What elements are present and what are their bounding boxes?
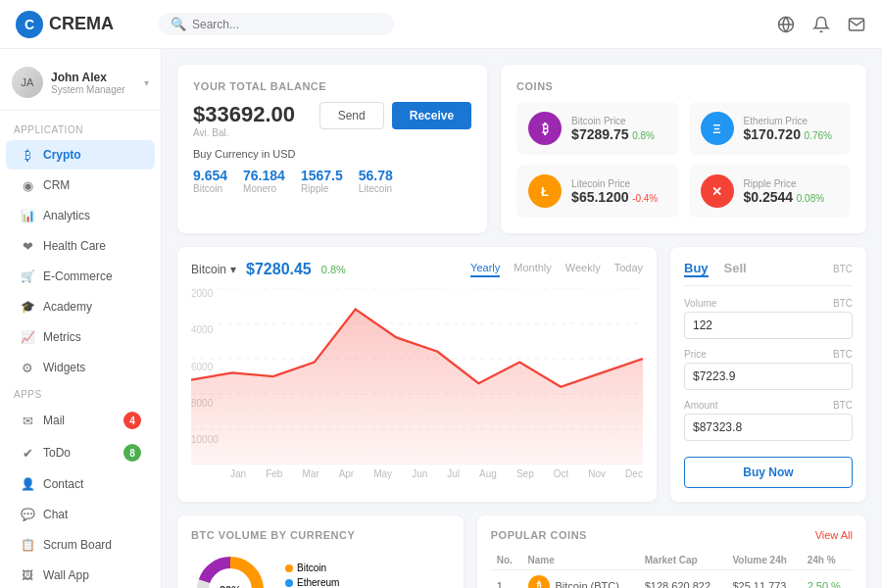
price-label: Price	[684, 349, 707, 360]
sidebar-item-crypto[interactable]: ₿ Crypto	[6, 140, 155, 170]
balance-actions: Send Receive	[319, 102, 471, 129]
mail-sidebar-icon: ✉	[20, 413, 35, 428]
crypto-icon: ₿	[20, 147, 35, 163]
xrp-info: Ripple Price $0.2544 0.08%	[744, 178, 825, 205]
logo-text: CREMA	[49, 14, 114, 34]
label-jul: Jul	[447, 468, 460, 479]
sidebar-item-analytics[interactable]: 📊 Analytics	[6, 201, 155, 230]
price-input[interactable]	[684, 363, 853, 390]
price-label-row: Price BTC	[684, 349, 853, 360]
coins-card: COINS ₿ Bitcoin Price $7289.75 0.8% Ξ	[501, 65, 866, 233]
bell-icon[interactable]	[811, 15, 831, 34]
search-input[interactable]	[192, 18, 382, 31]
tab-buy[interactable]: Buy	[684, 261, 709, 277]
coin-item-eth: Ξ Etherium Price $170.720 0.76%	[689, 102, 851, 155]
sidebar-item-chat[interactable]: 💬 Chat	[6, 500, 155, 529]
mail-icon[interactable]	[847, 15, 866, 34]
sidebar-item-wallapp[interactable]: 🖼 Wall App	[6, 561, 155, 588]
sidebar-item-health-care[interactable]: ❤ Health Care	[6, 231, 155, 261]
volume-input[interactable]	[684, 312, 853, 339]
donut-legend: Bitcoin Ethereum Litecoin Ripple	[285, 563, 339, 588]
tab-weekly[interactable]: Weekly	[565, 262, 601, 277]
coin-item-xrp: ✕ Ripple Price $0.2544 0.08%	[689, 165, 851, 218]
widgets-icon: ⚙	[20, 360, 35, 375]
label-sep: Sep	[516, 468, 534, 479]
ecommerce-icon: 🛒	[20, 269, 35, 284]
sidebar-item-ecommerce[interactable]: 🛒 E-Commerce	[6, 262, 155, 291]
receive-button[interactable]: Receive	[392, 102, 471, 129]
label-mar: Mar	[302, 468, 318, 479]
trade-currency: BTC	[833, 264, 853, 274]
popular-coins-title: Popular Coins	[491, 529, 587, 541]
legend-label-ethereum: Ethereum	[297, 577, 339, 588]
btc-volume-title: BTC Volume By Currency	[191, 529, 355, 541]
top-row: YOUR TOTAL BALANCE $33692.00 Avi. Bal. S…	[177, 65, 866, 233]
sidebar-item-todo[interactable]: ✔ ToDo 8	[6, 437, 155, 468]
trade-tabs: Buy Sell BTC	[684, 261, 853, 286]
monero-value: 76.184	[243, 168, 285, 183]
sidebar-item-label-scrum: Scrum Board	[43, 538, 112, 552]
btc-name: Bitcoin	[193, 183, 227, 194]
amount-label: Amount	[684, 400, 717, 411]
label-jun: Jun	[412, 468, 427, 479]
btc-volume-card: BTC Volume By Currency 30%	[177, 515, 464, 588]
xrp-coin-name: Ripple Price	[744, 178, 825, 189]
coin-name-label: Bitcoin (BTC)	[556, 580, 619, 588]
tab-yearly[interactable]: Yearly	[470, 262, 500, 277]
send-button[interactable]: Send	[319, 102, 384, 129]
donut-area: 30% Bitcoin Ethereum Litec	[191, 551, 450, 588]
sidebar-item-crm[interactable]: ◉ CRM	[6, 171, 155, 200]
todo-icon: ✔	[20, 445, 35, 461]
sidebar-item-mail[interactable]: ✉ Mail 4	[6, 405, 155, 436]
user-name: John Alex	[51, 71, 136, 84]
metrics-icon: 📈	[20, 329, 35, 345]
svg-text:30%: 30%	[220, 584, 241, 588]
coins-grid: ₿ Bitcoin Price $7289.75 0.8% Ξ Etherium…	[516, 102, 851, 218]
translate-icon[interactable]	[776, 15, 796, 34]
monero-name: Monero	[243, 183, 285, 194]
section-label-application: Application	[0, 119, 161, 139]
coin-selector[interactable]: Bitcoin ▾	[191, 263, 236, 276]
coin-item-btc: ₿ Bitcoin Price $7289.75 0.8%	[516, 102, 678, 155]
label-nov: Nov	[588, 468, 606, 479]
buy-label: Buy Currency in USD	[193, 148, 471, 160]
avatar: JA	[12, 67, 43, 98]
chart-labels: Jan Feb Mar Apr May Jun Jul Aug Sep Oct …	[191, 468, 643, 479]
trade-field-volume: Volume BTC	[684, 298, 853, 339]
balance-amount: $33692.00	[193, 102, 295, 127]
section-label-apps: Apps	[0, 383, 161, 404]
ltc-coin-name: Litecoin Price	[571, 178, 658, 189]
buy-now-button[interactable]: Buy Now	[684, 457, 853, 488]
sidebar-item-label-crm: CRM	[43, 178, 70, 192]
chart-price: $7280.45	[246, 261, 312, 278]
balance-card: YOUR TOTAL BALANCE $33692.00 Avi. Bal. S…	[177, 65, 487, 233]
sidebar-item-widgets[interactable]: ⚙ Widgets	[6, 353, 155, 382]
label-dec: Dec	[625, 468, 643, 479]
amount-input[interactable]	[684, 414, 853, 441]
sidebar-item-contact[interactable]: 👤 Contact	[6, 469, 155, 499]
label-jan: Jan	[230, 468, 246, 479]
bottom-row: BTC Volume By Currency 30%	[177, 515, 866, 588]
currency-item-ripple: 1567.5 Ripple	[301, 168, 343, 194]
tab-today[interactable]: Today	[614, 262, 643, 277]
contact-icon: 👤	[20, 476, 35, 492]
trade-field-amount: Amount BTC	[684, 400, 853, 441]
trade-card: Buy Sell BTC Volume BTC Price BTC	[670, 247, 866, 502]
sidebar-item-academy[interactable]: 🎓 Academy	[6, 292, 155, 321]
xrp-coin-change: 0.08%	[797, 193, 824, 204]
sidebar-item-metrics[interactable]: 📈 Metrics	[6, 322, 155, 352]
search-bar[interactable]: 🔍	[159, 13, 394, 35]
scrum-icon: 📋	[20, 537, 35, 553]
svg-marker-8	[191, 310, 643, 465]
col-volume: Volume 24h	[726, 551, 801, 570]
sidebar-item-label-crypto: Crypto	[43, 148, 81, 162]
view-all-button[interactable]: View All	[815, 529, 853, 541]
tab-sell[interactable]: Sell	[724, 261, 747, 277]
sidebar-item-scrum[interactable]: 📋 Scrum Board	[6, 530, 155, 560]
tab-monthly[interactable]: Monthly	[514, 262, 552, 277]
chart-change: 0.8%	[321, 264, 346, 275]
volume-currency: BTC	[833, 298, 853, 309]
col-market-cap: Market Cap	[639, 551, 727, 570]
logo-icon: C	[16, 11, 43, 38]
row-no: 1	[491, 570, 522, 589]
